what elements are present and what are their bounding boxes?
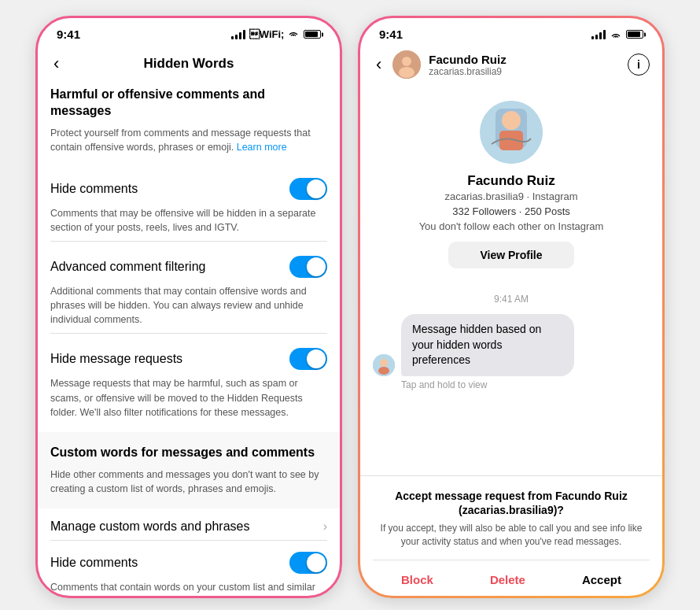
header-avatar	[392, 50, 421, 79]
accept-actions: Block Delete Accept	[373, 560, 650, 590]
profile-sub: zacarias.brasilia9 · Instagram	[444, 190, 577, 202]
signal-icon	[231, 30, 245, 39]
hide-comments2-desc: Comments that contain words on your cust…	[50, 580, 327, 596]
svg-point-8	[380, 359, 388, 367]
hide-comments-desc: Comments that may be offensive will be h…	[50, 206, 327, 235]
advanced-filter-toggle[interactable]	[289, 256, 327, 278]
hide-comments2-toggle[interactable]	[289, 552, 327, 574]
signal-icon-right	[591, 30, 606, 39]
back-button-left[interactable]: ‹	[50, 50, 62, 77]
message-bubble[interactable]: Message hidden based on your hidden word…	[401, 314, 574, 376]
profile-card: Facundo Ruiz zacarias.brasilia9 · Instag…	[360, 88, 662, 284]
chat-area: 9:41 AM Message hidden based on your hid…	[360, 284, 662, 400]
hide-comments-toggle[interactable]	[289, 178, 327, 200]
dm-header-username: zacarias.brasilia9	[429, 66, 620, 77]
hide-message-requests-row: Hide message requests Message requests t…	[50, 337, 327, 419]
learn-more-link[interactable]: Learn more	[237, 142, 287, 153]
hide-message-requests-toggle[interactable]	[289, 348, 327, 370]
accept-desc: If you accept, they will also be able to…	[373, 522, 650, 549]
battery-icon	[304, 30, 321, 39]
status-bar-left: 9:41 WiFi;	[38, 18, 340, 44]
header-avatar-img	[392, 50, 421, 79]
section2-title: Custom words for messages and comments	[50, 445, 327, 461]
left-phone: 9:41 WiFi; ‹	[35, 16, 342, 598]
msg-avatar-img	[373, 354, 395, 376]
hide-comments2-row: Hide comments Comments that contain word…	[50, 541, 327, 596]
accept-title: Accept message request from Facundo Ruiz…	[373, 489, 650, 517]
accept-banner: Accept message request from Facundo Ruiz…	[360, 475, 662, 596]
view-profile-button[interactable]: View Profile	[448, 242, 573, 268]
message-row: Message hidden based on your hidden word…	[373, 314, 650, 376]
profile-avatar-img	[480, 101, 543, 164]
manage-custom-row: Manage custom words and phrases ›	[38, 508, 340, 541]
wifi-icon-right	[610, 30, 622, 39]
svg-point-5	[502, 111, 521, 130]
battery-icon-right	[626, 30, 643, 39]
dm-header-name: Facundo Ruiz	[429, 53, 620, 66]
dm-header: ‹ Facundo Ruiz zacarias.brasilia9 i	[360, 44, 662, 88]
profile-follow-status: You don't follow each other on Instagram	[419, 220, 604, 232]
advanced-filter-label: Advanced comment filtering	[50, 260, 205, 274]
hide-comments2-label: Hide comments	[50, 556, 138, 570]
profile-name: Facundo Ruiz	[467, 173, 554, 189]
section2-desc: Hide other comments and messages you don…	[50, 468, 327, 496]
section-custom: Custom words for messages and comments H…	[38, 432, 340, 508]
status-bar-right: 9:41	[360, 18, 662, 44]
time-right: 9:41	[379, 28, 403, 41]
chat-timestamp: 9:41 AM	[373, 294, 650, 305]
back-button-right[interactable]: ‹	[373, 51, 385, 78]
settings-scroll: Harmful or offensive comments and messag…	[38, 87, 340, 596]
right-phone: 9:41 ‹	[358, 16, 665, 598]
status-icons-left: WiFi;	[231, 28, 321, 40]
section1-title: Harmful or offensive comments and messag…	[50, 87, 327, 120]
delete-button[interactable]: Delete	[477, 570, 538, 590]
svg-point-2	[399, 67, 414, 78]
hide-comments-row: Hide comments Comments that may be offen…	[50, 167, 327, 235]
time-left: 9:41	[57, 28, 80, 41]
divider2	[50, 333, 327, 334]
svg-point-9	[378, 367, 389, 375]
section-harmful: Harmful or offensive comments and messag…	[50, 87, 327, 154]
profile-stats: 332 Followers · 250 Posts	[452, 205, 570, 217]
hide-comments-label: Hide comments	[50, 182, 138, 196]
wifi-icon: WiFi;	[249, 28, 300, 40]
accept-button[interactable]: Accept	[569, 570, 634, 590]
dm-header-info: Facundo Ruiz zacarias.brasilia9	[429, 53, 620, 77]
advanced-filter-desc: Additional comments that may contain off…	[50, 284, 327, 327]
info-button[interactable]: i	[628, 54, 650, 76]
message-avatar	[373, 354, 395, 376]
hide-message-requests-label: Hide message requests	[50, 352, 182, 366]
chevron-icon: ›	[323, 519, 327, 534]
tap-to-view-text: Tap and hold to view	[401, 379, 650, 390]
page-title-left: Hidden Words	[144, 56, 234, 72]
chat-spacer	[360, 400, 662, 475]
divider1	[50, 241, 327, 242]
manage-custom-label: Manage custom words and phrases	[50, 519, 249, 534]
block-button[interactable]: Block	[389, 570, 446, 590]
section1-desc: Protect yourself from comments and messa…	[50, 126, 327, 154]
profile-avatar	[480, 101, 543, 164]
svg-point-1	[402, 57, 411, 66]
advanced-filter-row: Advanced comment filtering Additional co…	[50, 245, 327, 327]
status-icons-right	[591, 30, 643, 39]
hide-message-requests-desc: Message requests that may be harmful, su…	[50, 376, 327, 419]
nav-header-left: ‹ Hidden Words	[38, 44, 340, 87]
